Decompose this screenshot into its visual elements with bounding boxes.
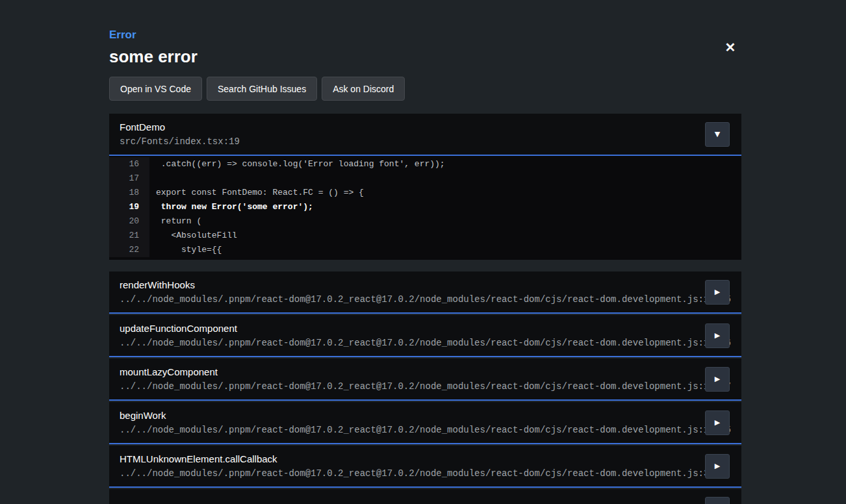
stack-frame-location: ../../node_modules/.pnpm/react-dom@17.0.… (120, 338, 731, 348)
error-overlay: Error some error Open in VS Code Search … (109, 29, 741, 504)
line-content: throw new Error('some error'); (149, 200, 313, 214)
line-content: return ( (149, 214, 201, 229)
stack-frame-card: ▶ (109, 489, 741, 504)
line-number: 19 (109, 200, 149, 214)
line-content: <AbsoluteFill (149, 229, 237, 243)
error-kicker: Error (109, 29, 741, 42)
stack-frame-card: mountLazyComponent ../../node_modules/.p… (109, 359, 741, 401)
expand-frame-button[interactable]: ▶ (705, 410, 730, 435)
chevron-right-icon: ▶ (715, 288, 720, 296)
source-frame-title: FontDemo (120, 121, 731, 133)
stack-frame-title: beginWork (120, 410, 731, 422)
expand-frame-button[interactable]: ▶ (705, 454, 730, 479)
line-number: 16 (109, 157, 149, 171)
stack-frame-location: ../../node_modules/.pnpm/react-dom@17.0.… (120, 294, 731, 305)
stack-frame-location: ../../node_modules/.pnpm/react-dom@17.0.… (120, 425, 731, 435)
line-content: .catch((err) => console.log('Error loadi… (149, 157, 445, 171)
line-number: 18 (109, 186, 149, 200)
search-github-issues-button[interactable]: Search GitHub Issues (207, 77, 317, 101)
expand-frame-button[interactable]: ▶ (705, 280, 730, 305)
stack-frame-title: HTMLUnknownElement.callCallback (120, 453, 731, 465)
stack-frame-title: mountLazyComponent (120, 366, 731, 378)
collapse-frame-button[interactable]: ▼ (705, 122, 730, 147)
stack-frame-location: ../../node_modules/.pnpm/react-dom@17.0.… (120, 381, 731, 392)
stack-frame-card: beginWork ../../node_modules/.pnpm/react… (109, 402, 741, 444)
code-line: 21 <AbsoluteFill (109, 229, 741, 243)
line-content: style={{ (149, 243, 222, 257)
source-frame-card: FontDemo src/Fonts/index.tsx:19 ▼ (109, 114, 741, 156)
action-buttons: Open in VS Code Search GitHub Issues Ask… (109, 77, 741, 101)
source-frame-location: src/Fonts/index.tsx:19 (120, 136, 731, 147)
code-line: 16 .catch((err) => console.log('Error lo… (109, 157, 741, 171)
stack-frame-list: renderWithHooks ../../node_modules/.pnpm… (109, 271, 741, 504)
stack-frame-title: renderWithHooks (120, 279, 731, 291)
line-number: 20 (109, 214, 149, 229)
line-number: 22 (109, 243, 149, 257)
line-number: 21 (109, 229, 149, 243)
code-block: 16 .catch((err) => console.log('Error lo… (109, 156, 741, 260)
line-number: 17 (109, 171, 149, 186)
line-content: export const FontDemo: React.FC = () => … (149, 186, 364, 200)
code-line: 22 style={{ (109, 243, 741, 257)
stack-frame-title: updateFunctionComponent (120, 323, 731, 334)
code-line: 17 (109, 171, 741, 186)
chevron-right-icon: ▶ (715, 462, 720, 470)
stack-frame-card: renderWithHooks ../../node_modules/.pnpm… (109, 271, 741, 314)
stack-frame-card: HTMLUnknownElement.callCallback ../../no… (109, 446, 741, 488)
code-line: 20 return ( (109, 214, 741, 229)
expand-frame-button[interactable]: ▶ (705, 497, 730, 504)
open-in-vscode-button[interactable]: Open in VS Code (109, 77, 202, 101)
error-title: some error (109, 47, 741, 66)
chevron-right-icon: ▶ (715, 332, 720, 339)
chevron-down-icon: ▼ (715, 131, 720, 138)
code-line: 18 export const FontDemo: React.FC = () … (109, 186, 741, 200)
expand-frame-button[interactable]: ▶ (705, 323, 730, 348)
stack-frame-location: ../../node_modules/.pnpm/react-dom@17.0.… (120, 468, 731, 479)
line-content (149, 171, 156, 186)
code-line: 19 throw new Error('some error'); (109, 200, 741, 214)
ask-on-discord-button[interactable]: Ask on Discord (322, 77, 405, 101)
chevron-right-icon: ▶ (715, 419, 720, 426)
stack-frame-card: updateFunctionComponent ../../node_modul… (109, 315, 741, 357)
chevron-right-icon: ▶ (715, 375, 720, 383)
expand-frame-button[interactable]: ▶ (705, 367, 730, 392)
